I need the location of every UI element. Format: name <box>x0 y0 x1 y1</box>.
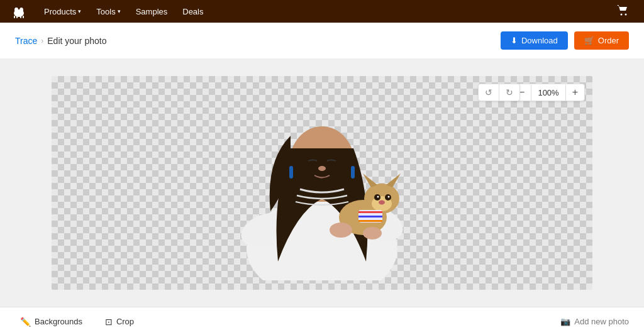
zoom-controls: − 100% + <box>512 84 585 101</box>
svg-point-25 <box>379 201 385 205</box>
download-button[interactable]: ⬇ Download <box>501 31 568 50</box>
history-controls: ↺ ↻ <box>478 84 520 101</box>
order-button[interactable]: 🛒 Order <box>574 31 629 50</box>
svg-rect-4 <box>16 16 18 18</box>
svg-point-24 <box>388 196 390 198</box>
redo-button[interactable]: ↻ <box>499 84 519 101</box>
svg-point-2 <box>19 8 23 13</box>
crop-label: Crop <box>116 317 134 326</box>
nav-tools[interactable]: Tools ▾ <box>90 4 126 19</box>
cart-small-icon: 🛒 <box>584 36 594 45</box>
zoom-in-button[interactable]: + <box>566 84 584 101</box>
svg-rect-3 <box>14 16 15 18</box>
svg-point-7 <box>15 8 18 10</box>
photo-subject <box>203 85 441 280</box>
download-label: Download <box>521 36 558 45</box>
svg-rect-16 <box>289 166 293 179</box>
svg-rect-17 <box>351 166 355 179</box>
crop-tool[interactable]: ⊡ Crop <box>100 313 139 331</box>
breadcrumb-separator: › <box>41 36 43 45</box>
svg-rect-5 <box>20 16 21 18</box>
navbar: Products ▾ Tools ▾ Samples Deals <box>0 0 644 23</box>
image-canvas[interactable]: − 100% + ↺ ↻ <box>52 76 592 290</box>
svg-rect-29 <box>358 220 382 222</box>
nav-tools-caret: ▾ <box>118 8 121 14</box>
camera-icon: 📷 <box>560 317 570 326</box>
svg-rect-28 <box>358 216 382 217</box>
download-icon: ⬇ <box>511 36 518 45</box>
breadcrumb-trace-link[interactable]: Trace <box>15 36 37 46</box>
nav-samples-label: Samples <box>136 7 168 16</box>
cart-icon[interactable] <box>611 2 634 21</box>
add-photo-label: Add new photo <box>574 317 629 326</box>
order-label: Order <box>598 36 619 45</box>
svg-rect-6 <box>23 16 24 18</box>
crop-icon: ⊡ <box>105 317 113 327</box>
logo[interactable] <box>10 4 28 18</box>
nav-items: Products ▾ Tools ▾ Samples Deals <box>38 4 611 19</box>
header-actions: ⬇ Download 🛒 Order <box>501 31 629 50</box>
add-photo-button[interactable]: 📷 Add new photo <box>560 317 629 326</box>
nav-deals-label: Deals <box>182 7 203 16</box>
zoom-value: 100% <box>531 85 565 101</box>
breadcrumb-bar: Trace › Edit your photo ⬇ Download 🛒 Ord… <box>0 23 644 59</box>
svg-point-31 <box>363 227 382 239</box>
svg-rect-27 <box>358 211 382 213</box>
nav-tools-label: Tools <box>96 7 115 16</box>
svg-point-23 <box>377 196 379 198</box>
svg-point-15 <box>318 166 326 171</box>
nav-products-caret: ▾ <box>78 8 81 14</box>
nav-products[interactable]: Products ▾ <box>38 4 87 19</box>
nav-deals[interactable]: Deals <box>176 4 209 19</box>
svg-point-30 <box>330 223 352 238</box>
main-content: − 100% + ↺ ↻ <box>0 59 644 307</box>
breadcrumb: Trace › Edit your photo <box>15 36 106 46</box>
backgrounds-tool[interactable]: ✏️ Backgrounds <box>15 313 87 331</box>
bottom-toolbar: ✏️ Backgrounds ⊡ Crop 📷 Add new photo <box>0 307 644 330</box>
undo-button[interactable]: ↺ <box>479 84 499 101</box>
svg-point-8 <box>621 14 623 16</box>
brush-icon: ✏️ <box>20 317 31 327</box>
breadcrumb-current: Edit your photo <box>47 36 106 46</box>
backgrounds-label: Backgrounds <box>35 317 82 326</box>
svg-point-9 <box>625 14 627 16</box>
nav-products-label: Products <box>44 7 76 16</box>
nav-samples[interactable]: Samples <box>130 4 174 19</box>
